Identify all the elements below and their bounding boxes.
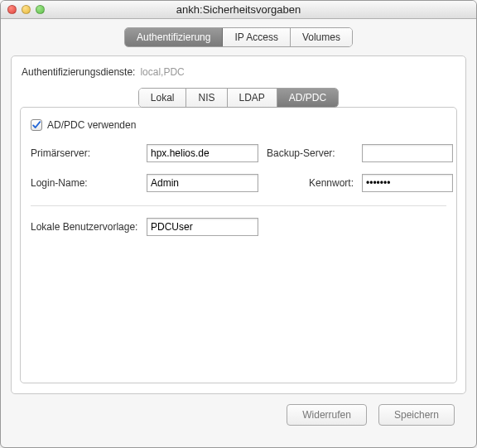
content: Authentifizierung IP Access Volumes Auth…: [1, 19, 476, 447]
revert-button[interactable]: Widerrufen: [287, 404, 367, 426]
zoom-icon[interactable]: [36, 5, 45, 14]
tab-adpdc[interactable]: AD/PDC: [277, 89, 338, 107]
user-template-label: Lokale Benutzervorlage:: [31, 221, 138, 233]
auth-services-label: Authentifizierungsdienste:: [22, 66, 135, 78]
auth-services-value: local,PDC: [140, 66, 184, 78]
auth-services-row: Authentifizierungsdienste: local,PDC: [20, 65, 457, 79]
bottom-bar: Widerrufen Speichern: [11, 394, 466, 437]
form-grid: Primärserver: Backup-Server: Login-Name:…: [31, 144, 446, 192]
top-tabs: Authentifizierung IP Access Volumes: [11, 27, 466, 47]
user-template-input[interactable]: [147, 218, 258, 236]
inner-tabs-seg: Lokal NIS LDAP AD/PDC: [138, 88, 339, 108]
login-name-input[interactable]: [147, 174, 258, 192]
check-icon: [31, 120, 41, 130]
titlebar: ankh:Sicherheitsvorgaben: [1, 1, 476, 19]
tab-ldap[interactable]: LDAP: [228, 89, 277, 107]
backup-server-label: Backup-Server:: [267, 147, 354, 159]
password-input[interactable]: [362, 174, 453, 192]
tab-ip-access[interactable]: IP Access: [223, 28, 290, 46]
use-adpdc-label: AD/PDC verwenden: [47, 119, 136, 131]
use-adpdc-row: AD/PDC verwenden: [31, 119, 446, 131]
traffic-lights: [7, 5, 45, 14]
adpdc-panel: AD/PDC verwenden Primärserver: Backup-Se…: [20, 107, 457, 383]
main-panel: Authentifizierungsdienste: local,PDC Lok…: [11, 55, 466, 394]
top-tabs-seg: Authentifizierung IP Access Volumes: [124, 27, 353, 47]
tab-lokal[interactable]: Lokal: [139, 89, 187, 107]
inner-tabs: Lokal NIS LDAP AD/PDC: [20, 88, 457, 108]
use-adpdc-checkbox[interactable]: [31, 119, 42, 131]
save-button[interactable]: Speichern: [378, 404, 455, 426]
template-row: Lokale Benutzervorlage:: [31, 218, 446, 236]
primary-server-label: Primärserver:: [31, 147, 138, 159]
window-title: ankh:Sicherheitsvorgaben: [1, 3, 476, 16]
close-icon[interactable]: [7, 5, 17, 14]
minimize-icon[interactable]: [22, 5, 31, 14]
tab-authentifizierung[interactable]: Authentifizierung: [125, 28, 223, 46]
login-name-label: Login-Name:: [31, 177, 138, 189]
tab-nis[interactable]: NIS: [186, 89, 227, 107]
backup-server-input[interactable]: [362, 144, 453, 162]
window: ankh:Sicherheitsvorgaben Authentifizieru…: [0, 0, 477, 448]
primary-server-input[interactable]: [147, 144, 258, 162]
tab-volumes[interactable]: Volumes: [291, 28, 352, 46]
password-label: Kennwort:: [267, 177, 354, 189]
divider: [31, 205, 446, 206]
